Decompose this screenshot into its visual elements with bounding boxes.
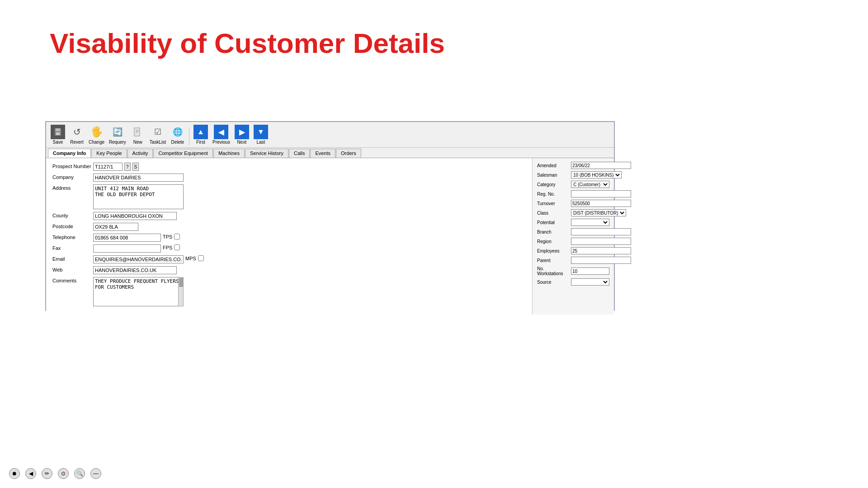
salesman-row: Salesman 10 (BOB HOSKINS) [537, 171, 609, 178]
prospect-number-row: Prospect Number ? S [52, 163, 526, 171]
save-label: Save [53, 140, 63, 145]
county-row: County [52, 212, 526, 220]
comments-scrollbar[interactable] [178, 277, 184, 306]
salesman-select[interactable]: 10 (BOB HOSKINS) [571, 171, 622, 178]
branch-input[interactable] [571, 228, 631, 235]
branch-label: Branch [537, 230, 571, 235]
no-workstations-label: No. Workstations [537, 266, 571, 276]
salesman-label: Salesman [537, 173, 571, 178]
prospect-number-input[interactable] [93, 163, 123, 171]
company-label: Company [52, 174, 93, 180]
tab-machines[interactable]: Machines [213, 149, 245, 158]
requery-button[interactable]: 🔄 Requery [107, 124, 128, 145]
web-label: Web [52, 266, 93, 272]
email-row: Email MPS [52, 255, 526, 263]
revert-button[interactable]: ↺ Revert [68, 124, 86, 145]
fps-label: FPS [163, 245, 172, 250]
tasklist-button[interactable]: ☑ TaskList [148, 124, 168, 145]
bottom-icon-2[interactable]: ◀ [25, 468, 36, 479]
bottom-icon-5[interactable]: 🔍 [74, 468, 85, 479]
bottom-icon-1[interactable]: ⏺ [9, 468, 20, 479]
region-label: Region [537, 239, 571, 244]
tab-competitor-equipment[interactable]: Competitor Equipment [153, 149, 212, 158]
svg-rect-1 [56, 128, 60, 131]
amended-row: Amended [537, 162, 609, 169]
turnover-row: Turnover [537, 200, 609, 207]
parent-input[interactable] [571, 257, 631, 264]
prospect-number-area: ? S [93, 163, 139, 171]
web-input[interactable] [93, 266, 177, 274]
next-button[interactable]: ▶ Next [233, 124, 251, 145]
tasklist-label: TaskList [150, 140, 166, 145]
first-button[interactable]: ▲ First [192, 124, 210, 145]
class-select[interactable]: DIST (DISTRIBUTOR) [571, 209, 626, 216]
bottom-icon-4[interactable]: ⊙ [58, 468, 69, 479]
previous-button[interactable]: ◀ Previous [211, 124, 232, 145]
comments-wrapper: THEY PRODUCE FREQUENT FLYERS FOR CUSTOME… [93, 277, 184, 308]
email-input[interactable] [93, 255, 184, 263]
tab-activity[interactable]: Activity [127, 149, 153, 158]
fps-group: FPS [163, 244, 180, 250]
change-button[interactable]: 🖐 Change [87, 124, 106, 145]
last-label: Last [256, 140, 265, 145]
comments-scrollthumb [179, 278, 184, 287]
tab-key-people[interactable]: Key People [91, 149, 127, 158]
region-input[interactable] [571, 238, 631, 245]
comments-label: Comments [52, 277, 93, 283]
tab-calls[interactable]: Calls [289, 149, 310, 158]
address-input[interactable]: UNIT 412 MAIN ROAD THE OLD BUFFER DEPOT [93, 184, 184, 209]
turnover-input[interactable] [571, 200, 631, 207]
email-label: Email [52, 255, 93, 262]
mps-label: MPS [185, 256, 196, 261]
left-panel: Prospect Number ? S Company Address UNIT… [46, 158, 533, 314]
bottom-icon-6[interactable]: — [90, 468, 101, 479]
content-area: Prospect Number ? S Company Address UNIT… [46, 158, 614, 314]
bottom-controls: ⏺ ◀ ✏ ⊙ 🔍 — [9, 468, 101, 479]
telephone-row: Telephone TPS [52, 234, 526, 242]
potential-label: Potential [537, 220, 571, 225]
source-select[interactable] [571, 278, 609, 286]
new-button[interactable]: New [129, 124, 147, 145]
previous-label: Previous [212, 140, 230, 145]
fax-input[interactable] [93, 244, 161, 253]
telephone-input[interactable] [93, 234, 161, 242]
fps-checkbox[interactable] [174, 244, 180, 250]
potential-select[interactable] [571, 219, 609, 226]
postcode-label: Postcode [52, 223, 93, 229]
reg-no-input[interactable] [571, 190, 631, 197]
source-row: Source [537, 278, 609, 286]
company-input[interactable] [93, 174, 184, 182]
fax-label: Fax [52, 244, 93, 251]
comments-textarea[interactable]: THEY PRODUCE FREQUENT FLYERS FOR CUSTOME… [93, 277, 184, 306]
tab-orders[interactable]: Orders [336, 149, 361, 158]
revert-label: Revert [70, 140, 83, 145]
postcode-input[interactable] [93, 223, 138, 231]
tab-company-info[interactable]: Company Info [48, 149, 91, 158]
delete-button[interactable]: 🌐 Delete [169, 124, 187, 145]
no-workstations-input[interactable] [571, 267, 609, 275]
amended-input[interactable] [571, 162, 631, 169]
category-select[interactable]: C (Customer) [571, 181, 609, 188]
employees-input[interactable] [571, 247, 631, 254]
prospect-query-button[interactable]: ? [124, 163, 131, 171]
delete-label: Delete [171, 140, 184, 145]
class-row: Class DIST (DISTRIBUTOR) [537, 209, 609, 216]
reg-no-label: Reg. No. [537, 192, 571, 197]
tab-service-history[interactable]: Service History [245, 149, 288, 158]
county-input[interactable] [93, 212, 177, 220]
bottom-icon-3[interactable]: ✏ [42, 468, 52, 479]
new-label: New [133, 140, 142, 145]
tabs-row: Company Info Key People Activity Competi… [46, 148, 614, 158]
tab-events[interactable]: Events [310, 149, 335, 158]
telephone-label: Telephone [52, 234, 93, 240]
mps-checkbox[interactable] [198, 255, 204, 261]
last-button[interactable]: ▼ Last [252, 124, 270, 145]
potential-row: Potential [537, 219, 609, 226]
save-button[interactable]: Save [49, 124, 67, 145]
svg-rect-3 [134, 128, 140, 136]
tps-checkbox[interactable] [174, 234, 180, 239]
toolbar-separator [189, 127, 189, 145]
tps-group: TPS [163, 234, 180, 239]
page-title: Visability of Customer Details [50, 27, 445, 59]
prospect-s-button[interactable]: S [132, 163, 139, 171]
